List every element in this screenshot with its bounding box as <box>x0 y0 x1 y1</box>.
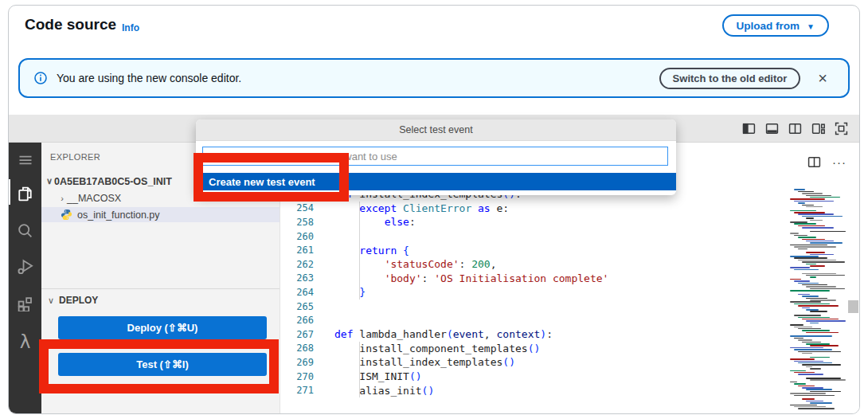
indent-guide <box>359 257 360 272</box>
code-line-270: 270 ISM_INIT() <box>280 370 786 384</box>
code-line-267: 267def lambda_handler(event, context): <box>280 327 786 342</box>
caret-down-icon: ▼ <box>807 22 815 30</box>
line-number: 261 <box>280 245 314 256</box>
fullscreen-icon[interactable] <box>834 121 848 135</box>
code-text: except ClientError as e: <box>334 202 509 214</box>
line-number: 266 <box>280 315 314 326</box>
line-number: 262 <box>280 259 314 270</box>
section-divider <box>41 288 280 289</box>
line-number: 268 <box>280 343 314 354</box>
tree-item-os-init-function-py[interactable]: os_init_function.py <box>41 207 280 222</box>
line-number: 263 <box>280 272 314 284</box>
line-number: 270 <box>280 371 314 382</box>
tree-item-label: __MACOSX <box>67 193 121 204</box>
indent-guide <box>359 229 360 244</box>
close-icon[interactable]: × <box>818 70 827 86</box>
info-circle-icon <box>34 72 47 84</box>
split-vertical-icon[interactable] <box>807 155 821 169</box>
line-number: 264 <box>280 287 314 298</box>
dialog-title: Select test event <box>196 119 676 141</box>
indent-guide <box>359 243 360 257</box>
scrollbar-thumb[interactable] <box>848 300 858 313</box>
chevron-down-icon: ∨ <box>48 296 59 306</box>
aws-lambda-icon[interactable]: λ <box>9 326 41 358</box>
code-text: alias_init() <box>334 385 434 397</box>
indent-guide <box>359 383 360 397</box>
code-text: def lambda_handler(event, context): <box>334 328 553 340</box>
deploy-button[interactable]: Deploy (⇧⌘U) <box>58 316 267 339</box>
code-line-271: 271 alias_init() <box>280 383 786 397</box>
code-line-264: 264 } <box>280 285 786 300</box>
indent-guide <box>359 342 360 356</box>
code-line-260: 260 <box>280 229 786 244</box>
layout-sidebar-icon[interactable] <box>741 121 756 135</box>
extensions-icon[interactable] <box>9 287 41 319</box>
layout-panel-icon[interactable] <box>764 121 779 135</box>
line-number: 267 <box>280 329 314 340</box>
code-lines: 210def install_index_templates():254 exc… <box>280 187 786 397</box>
chevron-right-icon: › <box>57 194 67 203</box>
deploy-section-label: DEPLOY <box>59 295 98 306</box>
python-icon <box>61 209 73 221</box>
info-banner: You are using the new console editor. Sw… <box>18 58 850 98</box>
upload-from-label: Upload from <box>737 20 800 32</box>
code-line-258: 258 else: <box>280 215 786 229</box>
banner-text: You are using the new console editor. <box>57 72 659 84</box>
code-text: } <box>334 286 366 298</box>
annotation-box-test-button <box>39 339 279 393</box>
line-number: 258 <box>280 217 314 228</box>
code-line-268: 268 install_component_templates() <box>280 342 786 356</box>
code-text: install_index_templates() <box>334 356 515 368</box>
line-number: 254 <box>280 202 314 213</box>
code-text: 'body': 'OS Initialisation complete' <box>334 272 608 284</box>
code-line-265: 265 <box>280 300 786 314</box>
line-number: 265 <box>280 301 314 312</box>
deploy-section-header[interactable]: ∨ DEPLOY <box>48 293 98 307</box>
line-number: 271 <box>280 385 314 396</box>
indent-guide <box>359 285 360 300</box>
code-text: ISM_INIT() <box>334 370 422 382</box>
info-link[interactable]: Info <box>122 22 139 33</box>
code-text: install_component_templates() <box>334 343 540 354</box>
code-line-254: 254 except ClientError as e: <box>280 202 786 216</box>
layout-controls <box>741 121 848 135</box>
tree-item-label: os_init_function.py <box>77 209 160 221</box>
editor-actions: ··· <box>807 155 846 169</box>
line-number: 260 <box>280 231 314 242</box>
page-title: Code source <box>25 16 116 33</box>
line-number: 269 <box>280 357 314 368</box>
code-text: return { <box>334 245 409 256</box>
indent-guide <box>359 272 360 286</box>
search-icon[interactable] <box>9 214 41 246</box>
customize-layout-icon[interactable] <box>811 121 825 135</box>
explorer-icon[interactable] <box>9 178 41 209</box>
upload-from-button[interactable]: Upload from ▼ <box>722 14 829 37</box>
code-line-266: 266 <box>280 313 786 327</box>
switch-old-editor-button[interactable]: Switch to the old editor <box>659 68 801 89</box>
indent-guide <box>359 215 360 229</box>
activity-bar: λ <box>9 143 41 413</box>
indent-guide <box>359 202 360 216</box>
run-debug-icon[interactable] <box>9 250 41 282</box>
tree-item-label: 0A5EB17AB0C5-OS_INIT <box>54 176 172 187</box>
split-vertical-icon[interactable] <box>788 121 802 135</box>
code-line-263: 263 'body': 'OS Initialisation complete' <box>280 272 786 286</box>
code-line-261: 261 return { <box>280 243 786 257</box>
minimap[interactable] <box>790 187 847 410</box>
explorer-title: EXPLORER <box>50 152 100 162</box>
code-line-262: 262 'statusCode': 200, <box>280 257 786 272</box>
code-source-panel: Code source Info Upload from ▼ You are u… <box>8 5 860 414</box>
code-line-269: 269 install_index_templates() <box>280 355 786 370</box>
indent-guide <box>359 355 360 370</box>
indent-guide <box>359 370 360 384</box>
annotation-box-create-new-test-event <box>194 153 349 202</box>
chevron-down-icon: ∨ <box>45 176 54 186</box>
more-actions-icon[interactable]: ··· <box>832 156 846 168</box>
code-text: else: <box>334 216 416 228</box>
menu-icon[interactable] <box>9 144 41 176</box>
